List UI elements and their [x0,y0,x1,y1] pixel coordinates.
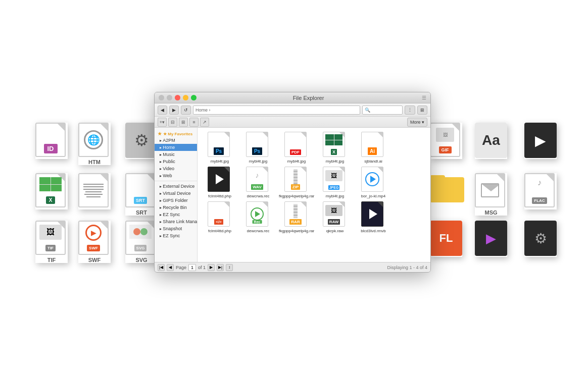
sidebar-item-sharelink[interactable]: Share Link Manager [155,218,197,225]
address-bar[interactable]: Home › [193,106,360,115]
flac-badge: FLAC [532,197,547,204]
file-item-code[interactable]: </> fclmt4ttd.php [202,201,238,233]
window-close-btn[interactable] [175,95,180,100]
floating-htm-icon: 🌐 HTM [78,123,111,165]
window-title: File Explorer [201,95,416,101]
floating-svg-icon: SVG SVG [125,221,158,263]
file-row-3: </> fclmt4ttd.php [202,201,426,233]
file-item-zip[interactable]: ZIP fkgppp4qwelp4g.rar [278,167,315,198]
file-item-jpeg[interactable]: 🖼 JPEG mybl4t.jpg [317,167,353,198]
sidebar-item-ezsync2[interactable]: EZ Sync [155,232,197,239]
sidebar-item-recycle[interactable]: Recycle Bin [155,204,197,211]
back-btn[interactable]: ◀ [158,106,167,115]
sidebar-item-virtual[interactable]: Virtual Device [155,190,197,197]
window-btn-1[interactable] [159,95,164,100]
prev-page-btn[interactable]: ◀ [167,264,174,271]
new-btn[interactable]: +▾ [158,118,167,127]
msg-label: MSG [484,209,497,216]
search-bar[interactable]: 🔍 [362,106,403,115]
options-btn[interactable]: ⋮ [405,106,415,115]
file-item-pdf[interactable]: PDF mybl4t.jpg [278,132,315,164]
file-item-ai[interactable]: Ai sjblandl.ai [355,132,391,164]
view-btn[interactable]: ⊞ [417,106,427,115]
file-name-raw: qkrpk.raw [326,229,344,233]
file-name-x: mybl4t.jpg [326,159,344,164]
file-item-raw[interactable]: 🖼 RAW qkrpk.raw [317,201,353,233]
sidebar-item-ezsync[interactable]: EZ Sync [155,211,197,218]
swf-label: SWF [88,257,101,263]
sidebar-item-web[interactable]: Web [155,172,197,179]
file-item-mp4[interactable]: bor_jo-kl.mp4 [355,167,391,198]
sidebar-item-snapshot[interactable]: Snapshot [155,225,197,232]
page-info: Page [176,265,186,270]
floating-id-icon: ID [35,123,68,159]
search-icon: 🔍 [365,108,370,113]
svg-label: SVG [135,257,147,263]
file-item-video[interactable]: fclmt4ttd.php [202,167,238,198]
file-name-rar: fkgppp4qwelp4g.rar [279,229,314,233]
floating-msg-icon: MSG [475,173,507,216]
file-name-code: fclmt4ttd.php [208,229,231,233]
window-btn-2[interactable] [167,95,172,100]
share-btn[interactable]: ↗ [200,118,209,127]
main-scene: ID 🌐 HTM ⚙ 🖼 GIF [0,0,588,369]
window-menu-icon[interactable]: ☰ [422,95,426,100]
file-row-1: Ps mybl4t.jpg Ps mybl4t.j [202,132,426,164]
sidebar: ★ ★ My Favorites A2PM Home Music Public … [155,128,198,262]
floating-preview-icon: ▶ [475,221,507,257]
view-list-btn[interactable]: ⊟ [168,118,177,127]
floating-table-icon: X [35,173,68,209]
sidebar-item-public[interactable]: Public [155,158,197,165]
sidebar-item-video[interactable]: Video [155,165,197,172]
sidebar-item-a2pm[interactable]: A2PM [155,137,197,144]
floating-tif-icon: 🖼 TIF TIF [35,221,68,263]
file-item-wav[interactable]: ♪ WAV dewcrwa.rec [240,167,276,198]
id-badge: ID [44,144,58,153]
file-item-rar[interactable]: RAR fkgppp4qwelp4g.rar [278,201,315,233]
file-name-zip: fkgppp4qwelp4g.rar [279,194,314,198]
next-page-btn[interactable]: ▶ [208,264,215,271]
floating-fl-icon: FL [430,221,462,257]
sidebar-item-home[interactable]: Home [155,144,197,151]
nav-toolbar: ◀ ▶ ↺ Home › 🔍 ⋮ ⊞ [155,103,430,117]
refresh-btn[interactable]: ↺ [181,106,191,115]
window-controls [159,95,197,100]
floating-font-icon: Aa [475,123,507,159]
floating-srt-icon: SRT SRT [125,173,158,216]
sidebar-item-external[interactable]: External Device [155,183,197,190]
view-detail-btn[interactable]: ≡ [189,118,199,127]
file-name-wav: dewcrwa.rec [247,194,270,198]
window-max-btn[interactable] [191,95,197,100]
last-page-btn[interactable]: ▶| [217,264,224,271]
gif-badge: GIF [439,146,452,153]
file-name-ps1: mybl4t.jpg [211,159,229,164]
file-item-ps1[interactable]: Ps mybl4t.jpg [202,132,238,164]
floating-settings-icon: ⚙ [524,221,557,257]
page-of: of 1 [198,265,206,270]
file-item-rec[interactable]: Rec dewcrwa.rec [240,201,276,233]
tif-badge: TIF [45,245,56,251]
window-min-btn[interactable] [183,95,188,100]
sidebar-item-music[interactable]: Music [155,151,197,158]
file-explorer-window: File Explorer ☰ ◀ ▶ ↺ Home › 🔍 ⋮ ⊞ +▾ ⊟ … [154,92,431,273]
file-item-x[interactable]: X mybl4t.jpg [317,132,353,164]
sidebar-item-gips[interactable]: GIPS Folder [155,197,197,204]
floating-gear-icon: ⚙ [125,123,158,159]
floating-video-icon: ▶ [524,123,557,159]
svg-badge: SVG [134,245,147,251]
content-area: Ps mybl4t.jpg Ps mybl4t.j [198,128,430,262]
file-name-rmvb: blcd3lvd.rmvb [361,229,385,233]
status-text: Displaying 1 - 4 of 4 [387,265,427,270]
floating-flac-icon: ♪ FLAC [524,173,557,209]
view-grid-btn[interactable]: ⊞ [179,118,188,127]
page-number: 1 [188,264,196,271]
refresh-page-btn[interactable]: ↕ [226,264,233,271]
action-toolbar: +▾ ⊟ ⊞ ≡ ↗ More ▾ [155,117,430,128]
forward-btn[interactable]: ▶ [169,106,179,115]
file-name-ai: sjblandl.ai [364,159,382,164]
floating-swf-icon: ▶ SWF SWF [78,221,111,263]
first-page-btn[interactable]: |◀ [158,264,165,271]
more-btn[interactable]: More ▾ [407,118,427,127]
file-item-ps2[interactable]: Ps mybl4t.jpg [240,132,276,164]
file-item-rmvb[interactable]: blcd3lvd.rmvb [355,201,391,233]
